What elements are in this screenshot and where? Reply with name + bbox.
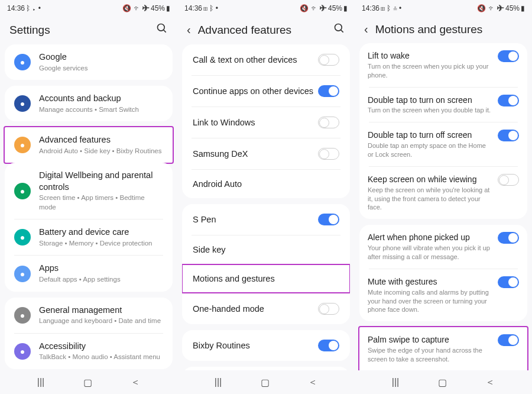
row-title: Bixby Routines <box>193 341 250 350</box>
row-palm-swipe[interactable]: Palm swipe to capture Swipe the edge of … <box>359 327 527 370</box>
toggle-switch[interactable] <box>318 117 339 128</box>
row-one-handed[interactable]: One-handed mode <box>182 293 350 324</box>
row-subtitle: Keep the screen on while you're looking … <box>368 186 492 212</box>
battery-care-icon: ● <box>14 229 31 246</box>
header: Settings <box>0 17 177 44</box>
row-continue-apps[interactable]: Continue apps on other devices <box>182 76 350 106</box>
status-icons-right: 🔇 ᯤ ✈ <box>122 4 150 12</box>
nav-recent[interactable]: ||| <box>392 377 399 387</box>
nav-recent[interactable]: ||| <box>215 377 222 387</box>
row-s-pen[interactable]: S Pen <box>182 204 350 235</box>
row-title: General management <box>39 305 163 317</box>
toggle-switch[interactable] <box>498 334 519 346</box>
battery-pct: 45% <box>505 4 520 12</box>
clock: 14:36 <box>7 4 25 12</box>
toggle-switch[interactable] <box>318 54 339 66</box>
toggle-switch[interactable] <box>498 130 519 141</box>
status-icons-left: ᛒ ▸ • <box>26 4 41 12</box>
nav-home[interactable]: ▢ <box>83 377 92 388</box>
row-call-text-other[interactable]: Call & text on other devices <box>182 44 350 75</box>
page-title: Settings <box>9 24 149 37</box>
row-title: Link to Windows <box>193 118 255 127</box>
row-subtitle: Turn on the screen when you double tap i… <box>368 106 492 115</box>
toggle-switch[interactable] <box>318 85 339 97</box>
row-android-auto[interactable]: Android Auto <box>182 170 350 198</box>
status-icons-right: 🔇 ᯤ ✈ <box>477 4 504 12</box>
toggle-switch[interactable] <box>498 276 519 288</box>
row-lift-to-wake[interactable]: Lift to wake Turn on the screen when you… <box>359 43 527 87</box>
settings-row-google[interactable]: ● Google Google services <box>5 44 173 80</box>
nav-recent[interactable]: ||| <box>37 377 44 387</box>
toggle-switch[interactable] <box>318 148 339 160</box>
toggle-switch[interactable] <box>498 232 519 244</box>
row-title: Accessibility <box>39 341 163 353</box>
nav-home[interactable]: ▢ <box>438 377 447 388</box>
row-double-tap-off[interactable]: Double tap to turn off screen Double tap… <box>359 122 527 166</box>
nav-home[interactable]: ▢ <box>261 377 270 388</box>
search-icon[interactable] <box>156 22 168 37</box>
battery-pct: 45% <box>328 4 342 12</box>
status-bar: 14:36 ⊞ ᛒ • 🔇 ᯤ ✈ 45%▮ <box>177 0 355 17</box>
row-title: Google <box>39 51 163 63</box>
settings-row-accessibility[interactable]: ● Accessibility TalkBack • Mono audio • … <box>5 334 173 369</box>
motions-list[interactable]: Lift to wake Turn on the screen when you… <box>355 43 532 370</box>
row-subtitle: Screen time • App timers • Bedtime mode <box>39 193 163 212</box>
row-double-tap-on[interactable]: Double tap to turn on screen Turn on the… <box>359 88 527 122</box>
toggle-switch[interactable] <box>318 303 339 315</box>
row-title: Continue apps on other devices <box>193 86 313 96</box>
nav-back[interactable]: ＜ <box>131 376 140 389</box>
nav-back[interactable]: ＜ <box>485 376 495 389</box>
advanced-group: Call & text on other devices Continue ap… <box>182 44 350 198</box>
advanced-group: Bixby Routines <box>182 330 350 361</box>
settings-row-digital-wellbeing[interactable]: ● Digital Wellbeing and parental control… <box>5 163 173 219</box>
settings-list[interactable]: ● Google Google services ● Accounts and … <box>0 44 177 370</box>
settings-row-advanced-features[interactable]: ● Advanced features Android Auto • Side … <box>5 127 173 163</box>
toggle-switch[interactable] <box>318 340 339 351</box>
status-icons-left: ⊞ ᛒ • <box>203 4 218 12</box>
nav-bar: ||| ▢ ＜ <box>177 370 355 394</box>
search-icon[interactable] <box>333 22 345 37</box>
settings-row-accounts-backup[interactable]: ● Accounts and backup Manage accounts • … <box>5 86 173 121</box>
google-icon: ● <box>14 54 31 70</box>
back-button[interactable]: ‹ <box>364 22 368 36</box>
clock: 14:36 <box>184 4 202 12</box>
row-title: Double tap to turn on screen <box>368 95 492 106</box>
row-samsung-dex[interactable]: Samsung DeX <box>182 138 350 169</box>
row-keep-screen-on[interactable]: Keep screen on while viewing Keep the sc… <box>359 167 527 219</box>
page-title: Advanced features <box>198 24 326 37</box>
row-title: One-handed mode <box>193 304 264 314</box>
settings-row-general-management[interactable]: ● General management Language and keyboa… <box>5 298 173 333</box>
apps-icon: ● <box>14 266 31 282</box>
advanced-list[interactable]: Call & text on other devices Continue ap… <box>177 44 355 370</box>
status-bar: 14:36 ⊞ ᛒ ≗ • 🔇 ᯤ ✈ 45%▮ <box>355 0 532 17</box>
settings-row-apps[interactable]: ● Apps Default apps • App settings <box>5 256 173 291</box>
row-side-key[interactable]: Side key <box>182 235 350 264</box>
row-link-windows[interactable]: Link to Windows <box>182 107 350 138</box>
toggle-switch[interactable] <box>498 50 519 62</box>
row-title: Accounts and backup <box>39 93 163 105</box>
row-motions-gestures[interactable]: Motions and gestures <box>182 264 350 293</box>
settings-row-battery-care[interactable]: ● Battery and device care Storage • Memo… <box>5 219 173 255</box>
clock: 14:36 <box>362 4 379 12</box>
row-mute-gestures[interactable]: Mute with gestures Mute incoming calls a… <box>359 269 527 321</box>
row-subtitle: Google services <box>39 64 163 73</box>
battery-pct: 45% <box>151 4 165 12</box>
toggle-switch[interactable] <box>318 214 339 225</box>
general-management-icon: ● <box>14 307 31 324</box>
battery-icon: ▮ <box>343 4 348 12</box>
row-title: Android Auto <box>193 179 242 189</box>
toggle-switch[interactable] <box>498 174 519 186</box>
back-button[interactable]: ‹ <box>187 23 191 37</box>
row-title: Samsung DeX <box>193 149 248 159</box>
row-title: Apps <box>39 263 163 274</box>
toggle-switch[interactable] <box>498 95 519 106</box>
nav-back[interactable]: ＜ <box>308 376 317 389</box>
row-title: Alert when phone picked up <box>368 232 492 243</box>
row-title: Motions and gestures <box>193 274 275 283</box>
row-alert-picked-up[interactable]: Alert when phone picked up Your phone wi… <box>359 225 527 269</box>
settings-group: ● Digital Wellbeing and parental control… <box>5 163 173 291</box>
row-subtitle: Your phone will vibrate when you pick it… <box>368 244 492 261</box>
row-title: Call & text on other devices <box>193 55 297 64</box>
settings-group: ● Accounts and backup Manage accounts • … <box>5 86 173 121</box>
row-bixby-routines[interactable]: Bixby Routines <box>182 330 350 361</box>
